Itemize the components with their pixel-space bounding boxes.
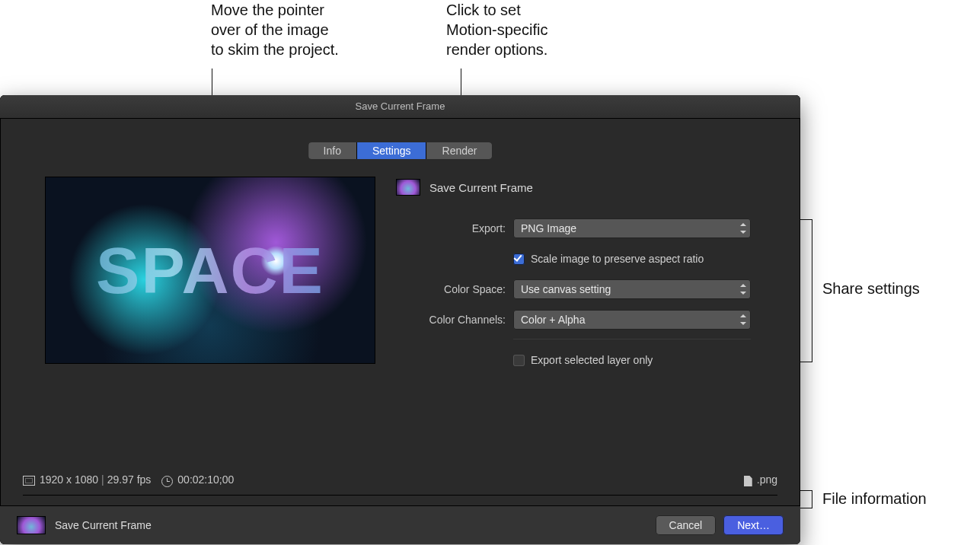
label-share-settings: Share settings	[822, 280, 920, 298]
file-icon	[744, 476, 752, 486]
updown-arrows-icon	[739, 282, 746, 296]
popup-color-space-value: Use canvas setting	[521, 283, 611, 295]
updown-arrows-icon	[739, 313, 746, 327]
footer-title: Save Current Frame	[55, 519, 152, 531]
popup-color-channels[interactable]: Color + Alpha	[513, 310, 751, 330]
preview-thumbnail[interactable]: SPACE	[46, 177, 375, 363]
tab-info[interactable]: Info	[308, 142, 357, 159]
clock-icon	[161, 476, 173, 487]
popup-color-space[interactable]: Use canvas setting	[513, 279, 751, 299]
tab-settings[interactable]: Settings	[357, 142, 427, 159]
callout-skim: Move the pointer over of the image to sk…	[211, 0, 339, 59]
info-timecode: 00:02:10;00	[177, 473, 234, 486]
label-export: Export:	[396, 222, 513, 234]
info-strip: 1920 x 1080 | 29.97 fps 00:02:10;00 .png	[23, 469, 777, 496]
settings-divider	[513, 339, 751, 339]
info-sep: |	[101, 473, 104, 486]
popup-export-value: PNG Image	[521, 222, 576, 234]
frame-size-icon	[23, 476, 35, 486]
callout-render: Click to set Motion-specific render opti…	[446, 0, 547, 59]
footer: Save Current Frame Cancel Next…	[0, 505, 800, 544]
popup-color-channels-value: Color + Alpha	[521, 314, 585, 326]
save-current-frame-sheet: Save Current Frame Info Settings Render …	[0, 95, 800, 544]
tab-render[interactable]: Render	[427, 142, 493, 159]
checkbox-scale[interactable]	[513, 253, 525, 265]
checkbox-scale-row[interactable]: Scale image to preserve aspect ratio	[513, 253, 751, 265]
checkbox-export-selected	[513, 355, 525, 366]
checkbox-scale-label: Scale image to preserve aspect ratio	[531, 253, 704, 265]
settings-header-thumb	[396, 179, 420, 196]
label-file-info: File information	[822, 490, 927, 508]
label-color-channels: Color Channels:	[396, 314, 513, 326]
settings-column: Save Current Frame Export: PNG Image Sca…	[396, 179, 777, 379]
info-resolution: 1920 x 1080	[40, 473, 98, 486]
updown-arrows-icon	[739, 222, 746, 235]
tab-group: Info Settings Render	[308, 142, 493, 159]
checkbox-export-selected-row: Export selected layer only	[513, 354, 751, 366]
footer-thumb	[17, 516, 46, 534]
cancel-button[interactable]: Cancel	[656, 515, 717, 535]
next-button[interactable]: Next…	[723, 515, 784, 535]
preview-text: SPACE	[96, 233, 324, 308]
label-color-space: Color Space:	[396, 283, 513, 295]
bracket-file-info	[804, 490, 812, 508]
checkbox-export-selected-label: Export selected layer only	[531, 354, 653, 366]
info-extension: .png	[757, 473, 777, 486]
sheet-title: Save Current Frame	[0, 95, 800, 119]
popup-export[interactable]: PNG Image	[513, 218, 751, 238]
bracket-share-settings	[804, 219, 812, 362]
settings-header-title: Save Current Frame	[429, 181, 533, 194]
info-fps: 29.97 fps	[107, 473, 152, 486]
